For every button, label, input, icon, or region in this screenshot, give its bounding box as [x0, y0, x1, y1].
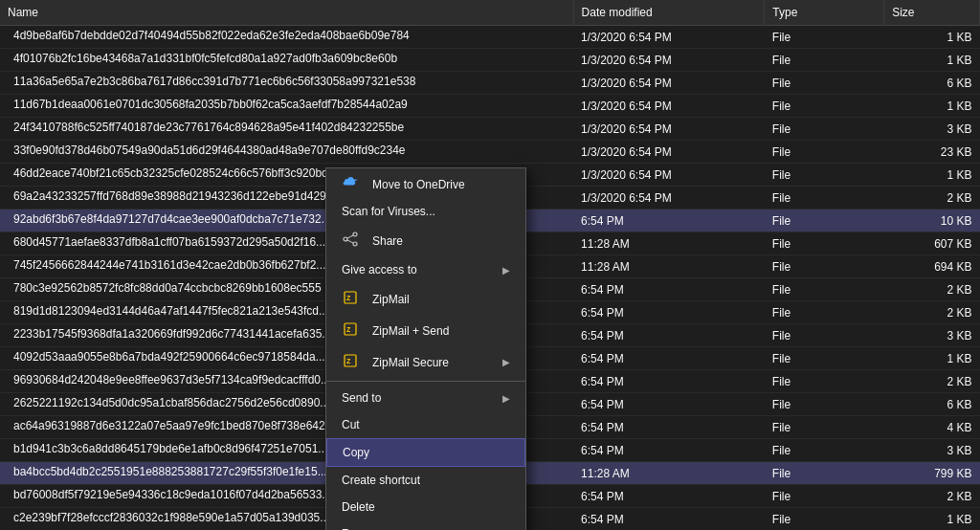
- file-type: File: [765, 164, 884, 187]
- table-row[interactable]: 4d9be8af6b7debdde02d7f40494d55b82f022eda…: [0, 26, 980, 49]
- file-type: File: [765, 232, 884, 255]
- file-size: 2 KB: [884, 187, 980, 210]
- svg-line-103: [347, 235, 353, 238]
- context-menu-item-send-to[interactable]: Send to▶: [326, 385, 525, 411]
- context-menu-item-move-to-onedrive[interactable]: Move to OneDrive: [326, 170, 525, 198]
- context-menu-label-zipmail: ZipMail: [372, 293, 410, 306]
- context-menu-label-cut: Cut: [342, 418, 360, 431]
- file-size: 23 KB: [884, 141, 980, 164]
- context-menu: Move to OneDriveScan for Viruses... Shar…: [325, 167, 526, 530]
- zipmail-send-icon: Z: [342, 321, 359, 340]
- file-name: ac64a96319887d6e3122a07e5aa97e9fc1bed870…: [13, 419, 335, 432]
- file-size: 3 KB: [884, 118, 980, 141]
- col-header-name[interactable]: Name: [0, 0, 573, 26]
- file-size: 10 KB: [884, 210, 980, 232]
- file-date: 1/3/2020 6:54 PM: [573, 72, 765, 95]
- file-type: File: [765, 416, 884, 439]
- file-type: File: [765, 141, 884, 164]
- file-date: 6:54 PM: [573, 278, 765, 301]
- context-menu-item-scan-for-viruses[interactable]: Scan for Viruses...: [326, 198, 525, 225]
- file-name: 92abd6f3b67e8f4da97127d7d4cae3ee900af0dc…: [13, 212, 331, 226]
- file-type: File: [765, 255, 884, 278]
- table-row[interactable]: 24f3410788f6c525ff740187de23c7761764c894…: [0, 118, 980, 141]
- table-row[interactable]: 33f0e90fd378d46b07549a90da51d6d29f464438…: [0, 141, 980, 164]
- file-size: 2 KB: [884, 301, 980, 324]
- file-size: 1 KB: [884, 49, 980, 72]
- file-date: 11:28 AM: [573, 232, 765, 255]
- context-menu-item-create-shortcut[interactable]: Create shortcut: [326, 467, 525, 494]
- file-type: File: [765, 508, 884, 531]
- file-type: File: [765, 72, 884, 95]
- file-type: File: [765, 278, 884, 301]
- file-date: 1/3/2020 6:54 PM: [573, 187, 765, 210]
- file-size: 694 KB: [884, 255, 980, 278]
- file-size: 2 KB: [884, 278, 980, 301]
- context-menu-item-copy[interactable]: Copy: [326, 438, 525, 467]
- file-size: 3 KB: [884, 439, 980, 462]
- col-header-type[interactable]: Type: [765, 0, 884, 26]
- context-menu-item-cut[interactable]: Cut: [326, 411, 525, 438]
- file-name: 24f3410788f6c525ff740187de23c7761764c894…: [13, 121, 404, 134]
- file-date: 6:54 PM: [573, 485, 765, 508]
- context-menu-item-share[interactable]: Share: [326, 225, 525, 256]
- file-date: 1/3/2020 6:54 PM: [573, 26, 765, 49]
- submenu-arrow-icon: ▶: [502, 357, 510, 367]
- table-row[interactable]: 11d67b1deaa0061e0701dc30568fa2035b7bb0f6…: [0, 95, 980, 118]
- table-row[interactable]: 4f01076b2fc16be43468a7a1d331bf0fc5fefcd8…: [0, 49, 980, 72]
- file-name: 780c3e92562b8572fc8fc88dd0a74ccbcbc8269b…: [13, 281, 322, 295]
- file-name: 11a36a5e65a7e2b3c86ba7617d86cc391d7b771e…: [13, 75, 415, 88]
- file-date: 1/3/2020 6:54 PM: [573, 164, 765, 187]
- context-menu-label-share: Share: [372, 234, 403, 248]
- file-date: 6:54 PM: [573, 301, 765, 324]
- context-menu-item-zipmail-send[interactable]: Z ZipMail + Send: [326, 315, 525, 346]
- svg-point-101: [344, 237, 347, 241]
- file-size: 1 KB: [884, 164, 980, 187]
- context-menu-item-zipmail[interactable]: Z ZipMail: [326, 283, 525, 315]
- submenu-arrow-icon: ▶: [502, 393, 510, 404]
- context-menu-label-zipmail-secure: ZipMail Secure: [372, 356, 449, 369]
- svg-point-102: [353, 242, 357, 246]
- file-type: File: [765, 462, 884, 485]
- file-type: File: [765, 118, 884, 141]
- share-icon: [342, 232, 359, 250]
- file-date: 6:54 PM: [573, 439, 765, 462]
- file-date: 6:54 PM: [573, 370, 765, 393]
- file-size: 1 KB: [884, 508, 980, 531]
- svg-text:Z: Z: [346, 295, 351, 301]
- file-type: File: [765, 26, 884, 49]
- context-menu-label-move-to-onedrive: Move to OneDrive: [372, 178, 465, 191]
- file-size: 6 KB: [884, 393, 980, 416]
- file-size: 4 KB: [884, 416, 980, 439]
- context-menu-item-delete[interactable]: Delete: [326, 494, 525, 520]
- context-menu-label-send-to: Send to: [342, 391, 381, 405]
- file-type: File: [765, 439, 884, 462]
- context-menu-label-copy: Copy: [343, 446, 369, 459]
- table-row[interactable]: 11a36a5e65a7e2b3c86ba7617d86cc391d7b771e…: [0, 72, 980, 95]
- col-header-date[interactable]: Date modified: [573, 0, 765, 26]
- file-date: 6:54 PM: [573, 416, 765, 439]
- file-date: 11:28 AM: [573, 255, 765, 278]
- file-name: 11d67b1deaa0061e0701dc30568fa2035b7bb0f6…: [13, 98, 408, 111]
- file-name: bd76008df5f79219e5e94336c18c9eda1016f07d…: [13, 488, 331, 501]
- onedrive-icon: [342, 177, 359, 191]
- file-name: 2233b17545f9368dfa1a320669fdf992d6c77431…: [13, 327, 331, 341]
- context-menu-label-delete: Delete: [342, 500, 375, 514]
- context-menu-item-give-access-to[interactable]: Give access to▶: [326, 256, 525, 283]
- file-date: 6:54 PM: [573, 210, 765, 232]
- file-date: 6:54 PM: [573, 347, 765, 370]
- file-name: 680d45771aefae8337dfb8a1cff07ba6159372d2…: [13, 235, 325, 249]
- file-name: ba4bcc5bd4db2c2551951e888253881727c29f55…: [13, 465, 327, 478]
- file-name: 4d9be8af6b7debdde02d7f40494d55b82f022eda…: [13, 29, 410, 42]
- col-header-size[interactable]: Size: [884, 0, 980, 26]
- context-menu-item-rename[interactable]: Rename: [326, 520, 525, 530]
- svg-text:Z: Z: [346, 358, 351, 364]
- file-size: 2 KB: [884, 370, 980, 393]
- file-type: File: [765, 49, 884, 72]
- file-date: 1/3/2020 6:54 PM: [573, 95, 765, 118]
- file-name: 819d1d8123094ed3144d46a47af1447f5fec821a…: [13, 304, 328, 318]
- file-size: 1 KB: [884, 347, 980, 370]
- context-menu-item-zipmail-secure[interactable]: Z ZipMail Secure▶: [326, 346, 525, 378]
- file-type: File: [765, 95, 884, 118]
- file-size: 607 KB: [884, 232, 980, 255]
- file-date: 6:54 PM: [573, 508, 765, 531]
